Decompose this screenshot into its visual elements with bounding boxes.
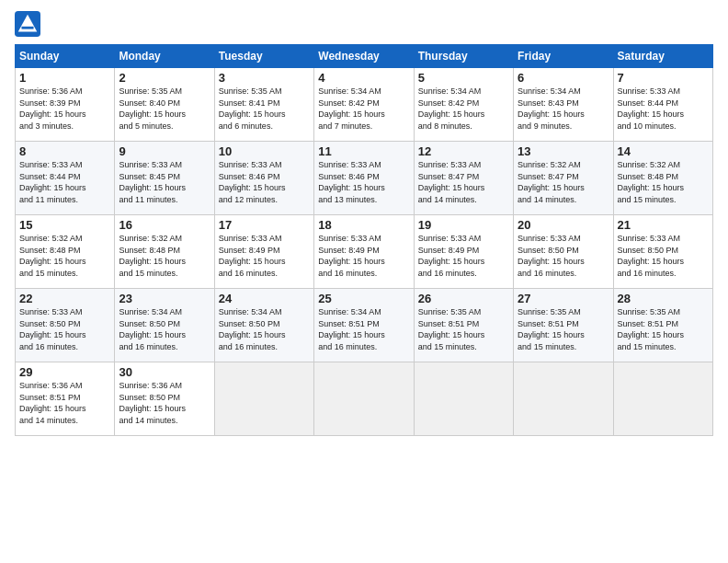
day-cell: 26Sunrise: 5:35 AM Sunset: 8:51 PM Dayli… (414, 289, 513, 362)
day-cell: 13Sunrise: 5:32 AM Sunset: 8:47 PM Dayli… (514, 142, 613, 215)
day-cell: 22Sunrise: 5:33 AM Sunset: 8:50 PM Dayli… (16, 289, 115, 362)
day-number: 3 (219, 71, 310, 85)
day-info: Sunrise: 5:32 AM Sunset: 8:48 PM Dayligh… (19, 233, 110, 279)
day-number: 19 (418, 218, 509, 232)
day-number: 18 (318, 218, 409, 232)
day-cell: 16Sunrise: 5:32 AM Sunset: 8:48 PM Dayli… (115, 215, 214, 289)
day-info: Sunrise: 5:32 AM Sunset: 8:48 PM Dayligh… (119, 233, 210, 279)
day-number: 7 (618, 71, 709, 85)
day-cell: 18Sunrise: 5:33 AM Sunset: 8:49 PM Dayli… (314, 215, 414, 289)
day-cell: 14Sunrise: 5:32 AM Sunset: 8:48 PM Dayli… (613, 142, 712, 215)
day-cell (613, 362, 712, 436)
day-info: Sunrise: 5:33 AM Sunset: 8:49 PM Dayligh… (318, 233, 409, 279)
day-cell: 17Sunrise: 5:33 AM Sunset: 8:49 PM Dayli… (214, 215, 313, 289)
week-row-5: 29Sunrise: 5:36 AM Sunset: 8:51 PM Dayli… (16, 362, 713, 436)
day-number: 10 (219, 144, 310, 158)
day-number: 12 (418, 144, 509, 158)
day-cell: 21Sunrise: 5:33 AM Sunset: 8:50 PM Dayli… (613, 215, 712, 289)
day-cell (314, 362, 414, 436)
day-info: Sunrise: 5:33 AM Sunset: 8:46 PM Dayligh… (318, 159, 409, 205)
weekday-saturday: Saturday (613, 45, 712, 68)
day-info: Sunrise: 5:36 AM Sunset: 8:39 PM Dayligh… (19, 86, 110, 132)
day-cell: 12Sunrise: 5:33 AM Sunset: 8:47 PM Dayli… (414, 142, 513, 215)
weekday-header-row: SundayMondayTuesdayWednesdayThursdayFrid… (16, 45, 713, 68)
day-number: 21 (618, 218, 709, 232)
day-cell (414, 362, 513, 436)
day-number: 4 (318, 71, 409, 85)
day-cell: 23Sunrise: 5:34 AM Sunset: 8:50 PM Dayli… (115, 289, 214, 362)
day-info: Sunrise: 5:34 AM Sunset: 8:42 PM Dayligh… (318, 86, 409, 132)
day-info: Sunrise: 5:35 AM Sunset: 8:51 PM Dayligh… (518, 306, 609, 352)
day-info: Sunrise: 5:33 AM Sunset: 8:50 PM Dayligh… (19, 306, 110, 352)
day-info: Sunrise: 5:34 AM Sunset: 8:51 PM Dayligh… (318, 306, 409, 352)
day-info: Sunrise: 5:35 AM Sunset: 8:51 PM Dayligh… (618, 306, 709, 352)
day-number: 11 (318, 144, 409, 158)
day-number: 9 (119, 144, 210, 158)
day-number: 28 (618, 292, 709, 305)
day-info: Sunrise: 5:34 AM Sunset: 8:50 PM Dayligh… (119, 306, 210, 352)
day-cell: 11Sunrise: 5:33 AM Sunset: 8:46 PM Dayli… (314, 142, 414, 215)
day-info: Sunrise: 5:33 AM Sunset: 8:50 PM Dayligh… (518, 233, 609, 279)
day-number: 20 (518, 218, 609, 232)
day-cell: 2Sunrise: 5:35 AM Sunset: 8:40 PM Daylig… (115, 68, 214, 142)
day-cell: 3Sunrise: 5:35 AM Sunset: 8:41 PM Daylig… (214, 68, 313, 142)
day-info: Sunrise: 5:33 AM Sunset: 8:44 PM Dayligh… (19, 159, 110, 205)
day-number: 26 (418, 292, 509, 305)
day-info: Sunrise: 5:33 AM Sunset: 8:45 PM Dayligh… (119, 159, 210, 205)
day-info: Sunrise: 5:32 AM Sunset: 8:47 PM Dayligh… (518, 159, 609, 205)
weekday-thursday: Thursday (414, 45, 513, 68)
day-info: Sunrise: 5:35 AM Sunset: 8:41 PM Dayligh… (219, 86, 310, 132)
week-row-3: 15Sunrise: 5:32 AM Sunset: 8:48 PM Dayli… (16, 215, 713, 289)
day-number: 24 (219, 292, 310, 305)
weekday-wednesday: Wednesday (314, 45, 414, 68)
day-number: 2 (119, 71, 210, 85)
day-cell: 1Sunrise: 5:36 AM Sunset: 8:39 PM Daylig… (16, 68, 115, 142)
day-cell: 8Sunrise: 5:33 AM Sunset: 8:44 PM Daylig… (16, 142, 115, 215)
week-row-4: 22Sunrise: 5:33 AM Sunset: 8:50 PM Dayli… (16, 289, 713, 362)
day-number: 8 (19, 144, 110, 158)
day-number: 27 (518, 292, 609, 305)
calendar-body: 1Sunrise: 5:36 AM Sunset: 8:39 PM Daylig… (16, 68, 713, 436)
svg-rect-2 (21, 27, 33, 29)
day-number: 14 (618, 144, 709, 158)
day-info: Sunrise: 5:33 AM Sunset: 8:49 PM Dayligh… (219, 233, 310, 279)
day-cell: 24Sunrise: 5:34 AM Sunset: 8:50 PM Dayli… (214, 289, 313, 362)
day-cell: 4Sunrise: 5:34 AM Sunset: 8:42 PM Daylig… (314, 68, 414, 142)
calendar-page: SundayMondayTuesdayWednesdayThursdayFrid… (0, 0, 728, 563)
logo-icon (15, 11, 40, 37)
day-cell (214, 362, 313, 436)
day-number: 15 (19, 218, 110, 232)
day-cell: 9Sunrise: 5:33 AM Sunset: 8:45 PM Daylig… (115, 142, 214, 215)
weekday-monday: Monday (115, 45, 214, 68)
day-info: Sunrise: 5:36 AM Sunset: 8:50 PM Dayligh… (119, 380, 210, 426)
day-number: 5 (418, 71, 509, 85)
day-info: Sunrise: 5:34 AM Sunset: 8:43 PM Dayligh… (518, 86, 609, 132)
day-info: Sunrise: 5:33 AM Sunset: 8:46 PM Dayligh… (219, 159, 310, 205)
day-info: Sunrise: 5:33 AM Sunset: 8:47 PM Dayligh… (418, 159, 509, 205)
day-number: 25 (318, 292, 409, 305)
day-cell: 20Sunrise: 5:33 AM Sunset: 8:50 PM Dayli… (514, 215, 613, 289)
day-info: Sunrise: 5:35 AM Sunset: 8:51 PM Dayligh… (418, 306, 509, 352)
calendar-table: SundayMondayTuesdayWednesdayThursdayFrid… (15, 44, 713, 436)
day-cell: 29Sunrise: 5:36 AM Sunset: 8:51 PM Dayli… (16, 362, 115, 436)
weekday-sunday: Sunday (16, 45, 115, 68)
weekday-friday: Friday (514, 45, 613, 68)
day-cell: 7Sunrise: 5:33 AM Sunset: 8:44 PM Daylig… (613, 68, 712, 142)
day-cell: 19Sunrise: 5:33 AM Sunset: 8:49 PM Dayli… (414, 215, 513, 289)
day-cell: 15Sunrise: 5:32 AM Sunset: 8:48 PM Dayli… (16, 215, 115, 289)
day-number: 1 (19, 71, 110, 85)
day-number: 13 (518, 144, 609, 158)
day-info: Sunrise: 5:33 AM Sunset: 8:49 PM Dayligh… (418, 233, 509, 279)
day-info: Sunrise: 5:34 AM Sunset: 8:50 PM Dayligh… (219, 306, 310, 352)
day-cell: 28Sunrise: 5:35 AM Sunset: 8:51 PM Dayli… (613, 289, 712, 362)
day-cell: 5Sunrise: 5:34 AM Sunset: 8:42 PM Daylig… (414, 68, 513, 142)
day-number: 6 (518, 71, 609, 85)
day-number: 30 (119, 365, 210, 379)
week-row-1: 1Sunrise: 5:36 AM Sunset: 8:39 PM Daylig… (16, 68, 713, 142)
day-cell (514, 362, 613, 436)
header (15, 11, 713, 37)
day-cell: 6Sunrise: 5:34 AM Sunset: 8:43 PM Daylig… (514, 68, 613, 142)
day-info: Sunrise: 5:36 AM Sunset: 8:51 PM Dayligh… (19, 380, 110, 426)
day-cell: 25Sunrise: 5:34 AM Sunset: 8:51 PM Dayli… (314, 289, 414, 362)
day-number: 29 (19, 365, 110, 379)
